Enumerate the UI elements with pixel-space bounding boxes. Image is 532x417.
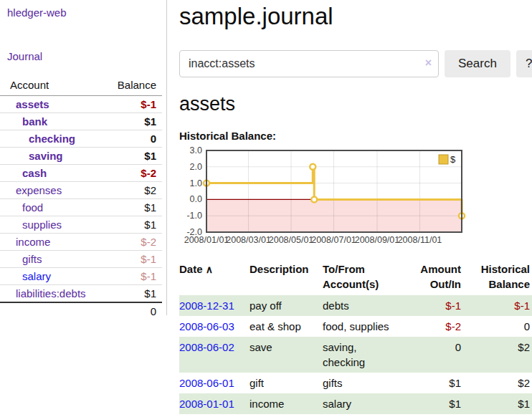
register-header-balance: Historical Balance bbox=[463, 259, 532, 295]
clear-search-icon[interactable]: × bbox=[425, 57, 432, 69]
sidebar-item-journal[interactable]: Journal bbox=[7, 50, 166, 62]
account-row: checking0 bbox=[0, 130, 162, 148]
app-title-link[interactable]: hledger-web bbox=[7, 6, 166, 19]
account-link[interactable]: assets bbox=[16, 98, 49, 110]
data-point bbox=[310, 164, 315, 170]
transaction-accounts: food, supplies bbox=[323, 316, 403, 337]
register-header-date[interactable]: Date ∧ bbox=[179, 259, 250, 295]
accounts-header-account: Account bbox=[0, 77, 99, 96]
account-row: bank$1 bbox=[0, 113, 162, 130]
transaction-amount: $-2 bbox=[403, 316, 463, 337]
accounts-total-row: 0 bbox=[0, 302, 162, 320]
transaction-accounts: salary bbox=[323, 393, 403, 414]
accounts-header-balance: Balance bbox=[99, 77, 162, 96]
x-axis-tick-label: 2008/03/01 bbox=[226, 235, 271, 245]
search-input[interactable] bbox=[179, 50, 439, 77]
account-row: expenses$2 bbox=[0, 182, 162, 199]
account-link[interactable]: liabilities:debts bbox=[16, 287, 86, 299]
page-title: sample.journal bbox=[179, 3, 532, 30]
transaction-amount: $1 bbox=[403, 373, 463, 393]
account-balance: $1 bbox=[99, 285, 162, 303]
account-balance: $1 bbox=[99, 216, 162, 234]
transaction-accounts: gifts bbox=[323, 373, 403, 393]
data-point bbox=[311, 196, 317, 202]
y-axis-tick-label: 3.0 bbox=[190, 146, 202, 155]
transaction-balance: 0 bbox=[463, 316, 532, 337]
transaction-accounts: saving, checking bbox=[323, 337, 403, 373]
account-heading: assets bbox=[179, 93, 532, 115]
account-row: assets$-1 bbox=[0, 96, 162, 113]
account-rows: assets$-1bank$1checking0saving$1cash$-2e… bbox=[0, 96, 162, 303]
account-link[interactable]: checking bbox=[29, 133, 75, 145]
chart-title: Historical Balance: bbox=[179, 130, 532, 142]
legend-series-label: $ bbox=[450, 154, 456, 165]
account-balance: $1 bbox=[99, 199, 162, 216]
register-row: 2008-01-01incomesalary$1$1 bbox=[179, 393, 532, 414]
account-balance: $-2 bbox=[99, 234, 162, 251]
historical-balance-chart: $3.02.01.00.0-1.0-2.02008/01/012008/03/0… bbox=[179, 146, 466, 252]
main-content: sample.journal × Search ? assets Histori… bbox=[179, 0, 532, 414]
register-header-amount: Amount Out/In bbox=[403, 259, 463, 295]
register-row: 2008-06-03eat & shopfood, supplies$-20 bbox=[179, 316, 532, 337]
x-axis-tick-label: 2008/07/01 bbox=[311, 235, 356, 245]
register-row: 2008-12-31pay offdebts$-1$-1 bbox=[179, 295, 532, 316]
account-link[interactable]: gifts bbox=[22, 253, 42, 265]
account-row: gifts$-1 bbox=[0, 251, 162, 268]
account-link[interactable]: food bbox=[22, 201, 43, 214]
transaction-accounts: debts bbox=[323, 295, 403, 316]
register-header-row: Date ∧ Description To/From Account(s) Am… bbox=[179, 259, 532, 295]
register-row: 2008-06-01giftgifts$1$2 bbox=[179, 373, 532, 393]
account-balance: $1 bbox=[99, 148, 162, 165]
search-input-wrap: × bbox=[179, 50, 439, 77]
transaction-balance: $1 bbox=[463, 393, 532, 414]
y-axis-tick-label: 1.0 bbox=[190, 178, 202, 188]
account-row: income$-2 bbox=[0, 234, 162, 251]
x-axis-tick-label: 2008/09/01 bbox=[355, 235, 400, 245]
sort-ascending-icon: ∧ bbox=[206, 264, 213, 275]
transaction-date-link[interactable]: 2008-06-02 bbox=[179, 341, 234, 353]
transaction-balance: $2 bbox=[463, 337, 532, 373]
transaction-date-link[interactable]: 2008-01-01 bbox=[179, 398, 234, 410]
account-link[interactable]: salary bbox=[22, 270, 51, 282]
transaction-amount: 0 bbox=[403, 337, 463, 373]
account-balance: $2 bbox=[99, 182, 162, 199]
account-row: supplies$1 bbox=[0, 216, 162, 234]
account-row: cash$-2 bbox=[0, 165, 162, 182]
y-axis-tick-label: 0.0 bbox=[190, 194, 202, 204]
x-axis-tick-label: 2008/01/01 bbox=[184, 235, 229, 245]
search-button[interactable]: Search bbox=[445, 50, 510, 77]
sidebar: hledger-web Journal Account Balance asse… bbox=[0, 0, 167, 315]
accounts-table-header: Account Balance bbox=[0, 77, 162, 96]
account-link[interactable]: saving bbox=[29, 150, 63, 162]
account-link[interactable]: expenses bbox=[16, 184, 62, 196]
transaction-date-link[interactable]: 2008-12-31 bbox=[179, 299, 234, 312]
account-link[interactable]: income bbox=[16, 236, 50, 248]
account-balance: 0 bbox=[99, 130, 162, 148]
legend-series-swatch bbox=[439, 155, 448, 164]
transaction-amount: $-1 bbox=[403, 295, 463, 316]
account-row: food$1 bbox=[0, 199, 162, 216]
transaction-description: income bbox=[250, 393, 323, 414]
x-axis-tick-label: 2008/05/01 bbox=[269, 235, 314, 245]
accounts-table: Account Balance assets$-1bank$1checking0… bbox=[0, 77, 162, 320]
help-button[interactable]: ? bbox=[516, 50, 532, 77]
register-row: 2008-06-02savesaving, checking0$2 bbox=[179, 337, 532, 373]
transaction-amount: $1 bbox=[403, 393, 463, 414]
transaction-description: eat & shop bbox=[250, 316, 323, 337]
y-axis-tick-label: 2.0 bbox=[190, 162, 202, 172]
transaction-date-link[interactable]: 2008-06-01 bbox=[179, 377, 234, 389]
account-balance: $-1 bbox=[99, 268, 162, 285]
x-axis-tick-label: 2008/11/01 bbox=[398, 235, 442, 245]
transaction-date-link[interactable]: 2008-06-03 bbox=[179, 320, 234, 332]
register-table: Date ∧ Description To/From Account(s) Am… bbox=[179, 259, 532, 414]
account-balance: $1 bbox=[99, 113, 162, 130]
account-link[interactable]: cash bbox=[22, 167, 47, 179]
account-balance: $-1 bbox=[99, 96, 162, 113]
account-link[interactable]: bank bbox=[22, 115, 47, 128]
account-link[interactable]: supplies bbox=[22, 219, 62, 231]
accounts-total-spacer bbox=[0, 302, 99, 320]
transaction-balance: $2 bbox=[463, 373, 532, 393]
accounts-total: 0 bbox=[99, 302, 162, 320]
y-axis-tick-label: -1.0 bbox=[186, 211, 202, 221]
search-form: × Search ? bbox=[179, 50, 532, 77]
